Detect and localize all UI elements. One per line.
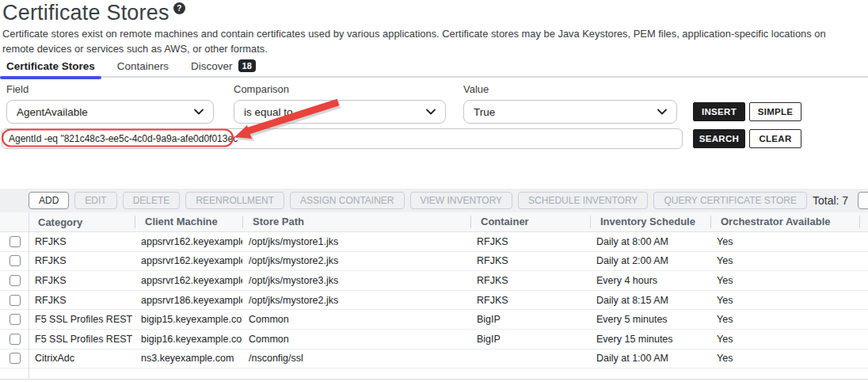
discover-count-badge: 18 [238,59,256,72]
search-button[interactable]: SEARCH [693,129,745,148]
tab-containers[interactable]: Containers [111,60,175,78]
tab-label: Certificate Stores [6,60,95,72]
field-group: Field AgentAvailable [6,83,214,124]
cell-client-machine: appsrvr162.keyexample.com [135,255,242,266]
row-checkbox[interactable] [10,314,21,325]
grid-toolbar: ADD EDIT DELETE REENROLLMENT ASSIGN CONT… [0,189,868,212]
table-row[interactable]: RFJKS appsrvr186.keyexample.com /opt/jks… [0,291,868,311]
cell-category: RFJKS [29,295,135,306]
cell-client-machine: appsrvr186.keyexample.com [135,295,242,306]
cell-container: BigIP [470,314,590,325]
delete-button[interactable]: DELETE [123,192,181,209]
cell-client-machine: ns3.keyexample.com [135,353,242,364]
cell-inventory-schedule: Daily at 8:00 AM [590,236,710,247]
field-label: Field [6,83,214,95]
chevron-down-icon [194,109,204,115]
table-row[interactable]: RFJKS appsrvr162.keyexample.com /opt/jks… [0,271,868,291]
help-icon[interactable]: ? [173,2,185,14]
cell-client-machine: appsrvr162.keyexample.com [135,236,242,247]
column-header-container[interactable]: Container [470,216,590,228]
column-header-orchestrator-available[interactable]: Orchestrator Available [710,216,859,228]
table-row[interactable]: RFJKS appsrvr162.keyexample.com /opt/jks… [0,232,868,252]
cell-client-machine: bigip16.keyexample.com [135,334,242,345]
schedule-inventory-button[interactable]: SCHEDULE INVENTORY [518,192,648,209]
cell-orchestrator-available: Yes [710,236,859,247]
cell-category: CitrixAdc [29,353,135,364]
cell-container: RFJKS [470,236,590,247]
row-checkbox[interactable] [10,236,21,247]
chevron-down-icon [426,109,436,115]
query-input[interactable] [2,128,683,149]
cell-store-path: Common [242,334,470,345]
cell-inventory-schedule: Every 15 minutes [590,334,710,345]
tab-label: Discover [191,60,233,72]
comparison-select[interactable]: is equal to [234,100,446,124]
cell-category: F5 SSL Profiles REST [29,314,135,325]
add-button[interactable]: ADD [29,192,69,209]
value-select-value: True [474,106,657,118]
table-row[interactable]: CitrixAdc ns3.keyexample.com /nsconfig/s… [0,350,868,369]
page-header: Certificate Stores? [2,1,185,25]
column-header-category[interactable]: Category [29,216,135,228]
cell-container: RFJKS [470,295,590,306]
query-certificate-store-button[interactable]: QUERY CERTIFICATE STORE [653,192,807,209]
row-checkbox[interactable] [10,353,21,364]
edit-button[interactable]: EDIT [74,192,116,209]
value-select[interactable]: True [463,100,677,124]
cell-category: RFJKS [29,236,135,247]
total-count: Total: 7 [813,194,848,207]
cell-store-path: /opt/jks/mystore2.jks [242,255,470,266]
cell-store-path: /opt/jks/mystore2.jks [242,295,470,306]
tab-discover[interactable]: Discover18 [185,60,262,78]
value-group: Value True [463,83,677,124]
row-checkbox[interactable] [10,334,21,345]
cell-client-machine: bigip15.keyexample.com [135,314,242,325]
tab-bar: Certificate Stores Containers Discover18 [0,60,868,78]
table-row[interactable]: F5 SSL Profiles REST bigip15.keyexample.… [0,310,868,330]
page-description: Certificate stores exist on remote machi… [2,26,855,57]
row-checkbox[interactable] [10,295,21,306]
cell-inventory-schedule: Daily at 8:15 AM [590,295,710,306]
comparison-label: Comparison [234,83,446,95]
cell-orchestrator-available: Yes [710,295,859,306]
assign-container-button[interactable]: ASSIGN CONTAINER [290,192,404,209]
column-header-inventory-schedule[interactable]: Inventory Schedule [590,216,710,228]
cell-orchestrator-available: Yes [710,275,859,286]
cell-store-path: /opt/jks/mystore3.jks [242,275,470,286]
cell-category: F5 SSL Profiles REST [29,334,135,345]
tab-certificate-stores[interactable]: Certificate Stores [0,60,101,78]
reenrollment-button[interactable]: REENROLLMENT [185,192,284,209]
cell-inventory-schedule: Every 5 minutes [590,314,710,325]
certificate-stores-grid: ADD EDIT DELETE REENROLLMENT ASSIGN CONT… [0,189,868,380]
cell-orchestrator-available: Yes [710,353,859,364]
field-select[interactable]: AgentAvailable [6,100,214,124]
refresh-button[interactable]: REFRESH [858,192,868,209]
cell-container: RFJKS [470,275,590,286]
column-header-store-path[interactable]: Store Path [242,216,470,228]
cell-inventory-schedule: Daily at 2:00 AM [590,255,710,266]
chevron-down-icon [657,109,667,115]
table-row[interactable]: F5 SSL Profiles REST bigip16.keyexample.… [0,330,868,350]
column-header-client-machine[interactable]: Client Machine [135,216,242,228]
insert-button[interactable]: INSERT [693,102,745,121]
page-title: Certificate Stores [2,1,169,25]
cell-container: BigIP [470,334,590,345]
cell-orchestrator-available: Yes [710,334,859,345]
cell-inventory-schedule: Daily at 1:00 AM [590,353,710,364]
column-header-filler [859,216,868,228]
comparison-select-value: is equal to [244,106,426,118]
cell-store-path: Common [242,314,470,325]
clear-button[interactable]: CLEAR [749,129,801,148]
row-checkbox[interactable] [10,255,21,266]
table-row[interactable]: RFJKS appsrvr162.keyexample.com /opt/jks… [0,252,868,272]
cell-container: RFJKS [470,255,590,266]
simple-button[interactable]: SIMPLE [749,102,801,121]
view-inventory-button[interactable]: VIEW INVENTORY [410,192,513,209]
row-checkbox[interactable] [10,275,21,286]
certificate-stores-table: Category Client Machine Store Path Conta… [0,212,868,380]
cell-category: RFJKS [29,275,135,286]
table-body: RFJKS appsrvr162.keyexample.com /opt/jks… [0,232,868,369]
cell-inventory-schedule: Every 4 hours [590,275,710,286]
cell-store-path: /opt/jks/mystore1.jks [242,236,470,247]
certificate-stores-page: Certificate Stores? Certificate stores e… [0,0,868,382]
